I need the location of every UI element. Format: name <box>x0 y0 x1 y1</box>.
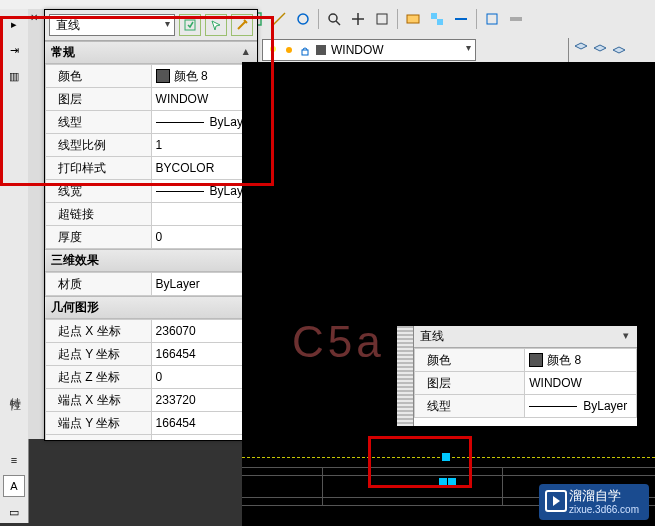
thickness-cell[interactable]: 0 <box>151 226 256 249</box>
lineweight-cell[interactable]: ByLayer <box>151 180 256 203</box>
layer-dropdown[interactable]: WINDOW <box>262 39 476 61</box>
table-row: 颜色 颜色 8 <box>46 65 257 88</box>
table-row: 颜色 颜色 8 <box>415 349 637 372</box>
pan-icon[interactable] <box>347 8 369 30</box>
endx-cell[interactable]: 233720 <box>151 389 256 412</box>
ltscale-cell[interactable]: 1 <box>151 134 256 157</box>
tool-icon[interactable] <box>268 8 290 30</box>
layers-icon[interactable] <box>611 41 627 60</box>
table-row: 线宽 ByLayer <box>46 180 257 203</box>
table-row: 线型 ByLayer <box>46 111 257 134</box>
properties-panel: 直线 常规 ▴ 颜色 颜色 8 图层 WINDOW 线型 ByLayer <box>44 9 258 441</box>
svg-rect-5 <box>431 13 437 19</box>
general-table: 颜色 颜色 8 图层 WINDOW 线型 ByLayer 线型比例 1 打印样式… <box>45 64 257 249</box>
left-toolbar: ▸ ⇥ ▥ 特性 ≡ A ▭ <box>0 9 29 523</box>
collapse-icon[interactable]: ▾ <box>623 329 629 342</box>
section-general[interactable]: 常规 ▴ <box>45 41 257 64</box>
watermark: 溜溜自学 zixue.3d66.com <box>539 484 649 520</box>
pickadd-toggle-button[interactable] <box>231 14 253 36</box>
svg-point-9 <box>270 46 276 52</box>
text-tool-button[interactable]: A <box>3 475 25 497</box>
svg-rect-8 <box>510 17 522 21</box>
line-sample-icon <box>156 191 204 192</box>
watermark-url: zixue.3d66.com <box>569 504 639 516</box>
select-objects-button[interactable] <box>205 14 227 36</box>
object-type-dropdown[interactable]: 直线 <box>49 14 175 36</box>
watermark-brand: 溜溜自学 <box>569 488 639 504</box>
drawing-canvas[interactable]: C5a <box>242 62 655 526</box>
grip-handle[interactable] <box>448 478 456 486</box>
panel-grip[interactable] <box>397 326 414 426</box>
table-row: 线型 ByLayer <box>415 395 637 418</box>
svg-rect-6 <box>437 19 443 25</box>
startz-cell[interactable]: 0 <box>151 366 256 389</box>
ribbon-toolbar <box>240 0 655 39</box>
close-icon[interactable]: ✕ <box>30 12 38 23</box>
starty-cell[interactable]: 166454 <box>151 343 256 366</box>
grip-handle[interactable] <box>442 453 450 461</box>
mini-table: 颜色 颜色 8 图层 WINDOW 线型 ByLayer <box>414 348 637 418</box>
table-row: 端点 X 坐标 233720 <box>46 389 257 412</box>
table-row: 材质 ByLayer <box>46 273 257 296</box>
tool-icon[interactable]: ⇥ <box>3 39 25 61</box>
zoom-window-icon[interactable] <box>323 8 345 30</box>
sun-icon <box>283 44 295 56</box>
color-swatch-icon <box>529 353 543 367</box>
tool-icon[interactable] <box>402 8 424 30</box>
endy-cell[interactable]: 166454 <box>151 412 256 435</box>
mini-panel-title: 直线 ▾ <box>414 326 637 348</box>
tool-icon[interactable] <box>450 8 472 30</box>
geometry-table: 起点 X 坐标 236070 起点 Y 坐标 166454 起点 Z 坐标 0 … <box>45 319 257 440</box>
grip-handle[interactable] <box>439 478 447 486</box>
svg-point-2 <box>329 14 337 22</box>
table-row: 起点 Z 坐标 0 <box>46 366 257 389</box>
svg-rect-13 <box>185 20 195 30</box>
svg-point-10 <box>286 47 292 53</box>
threeD-table: 材质 ByLayer <box>45 272 257 296</box>
tool-icon[interactable]: ▭ <box>3 501 25 523</box>
section-3d[interactable]: 三维效果 ▴ <box>45 249 257 272</box>
tool-icon[interactable]: ▸ <box>3 13 25 35</box>
play-icon <box>545 490 567 512</box>
tool-icon[interactable]: ▥ <box>3 65 25 87</box>
svg-rect-7 <box>487 14 497 24</box>
quickselect-button[interactable] <box>179 14 201 36</box>
color-cell[interactable]: 颜色 8 <box>151 65 256 88</box>
mini-color-cell[interactable]: 颜色 8 <box>525 349 637 372</box>
table-row: 起点 X 坐标 236070 <box>46 320 257 343</box>
tool-icon[interactable]: ≡ <box>3 449 25 471</box>
panel-header: 直线 <box>45 10 257 41</box>
palette-titlebar[interactable] <box>28 9 45 439</box>
layer-name: WINDOW <box>331 43 384 57</box>
svg-rect-4 <box>407 15 419 23</box>
tool-icon[interactable] <box>292 8 314 30</box>
lock-icon <box>299 44 311 56</box>
collapse-icon: ▴ <box>243 45 249 58</box>
table-row: 超链接 <box>46 203 257 226</box>
tool-icon[interactable] <box>481 8 503 30</box>
endz-cell[interactable]: 0 <box>151 435 256 441</box>
svg-rect-3 <box>377 14 387 24</box>
material-cell[interactable]: ByLayer <box>151 273 256 296</box>
table-row: 线型比例 1 <box>46 134 257 157</box>
right-toolbar <box>568 38 655 62</box>
tool-icon[interactable] <box>371 8 393 30</box>
mini-linetype-cell[interactable]: ByLayer <box>525 395 637 418</box>
linetype-cell[interactable]: ByLayer <box>151 111 256 134</box>
layers-icon[interactable] <box>573 41 589 60</box>
table-row: 端点 Y 坐标 166454 <box>46 412 257 435</box>
hyperlink-cell[interactable] <box>151 203 256 226</box>
mini-layer-cell[interactable]: WINDOW <box>525 372 637 395</box>
tool-icon[interactable] <box>426 8 448 30</box>
palette-title: 特性 <box>8 389 23 393</box>
table-row: 端点 Z 坐标 0 <box>46 435 257 441</box>
layer-cell[interactable]: WINDOW <box>151 88 256 111</box>
bulb-icon <box>267 44 279 56</box>
startx-cell[interactable]: 236070 <box>151 320 256 343</box>
section-geometry[interactable]: 几何图形 ▴ <box>45 296 257 319</box>
plotstyle-cell[interactable]: BYCOLOR <box>151 157 256 180</box>
tool-icon[interactable] <box>505 8 527 30</box>
layers-icon[interactable] <box>592 41 608 60</box>
object-type-label: 直线 <box>56 17 80 34</box>
table-row: 打印样式 BYCOLOR <box>46 157 257 180</box>
